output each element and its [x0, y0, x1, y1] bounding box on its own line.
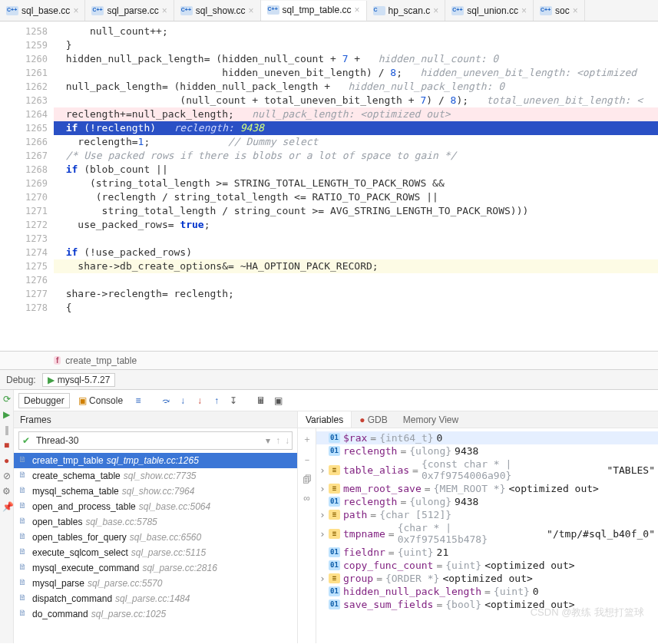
stack-frame[interactable]: create_schema_table sql_show.cc:7735 [14, 468, 297, 484]
remove-watch-icon[interactable]: － [303, 454, 312, 467]
variable-row[interactable]: 01save_sum_fields = {bool} <optimized ou… [316, 598, 658, 611]
stack-frame[interactable]: do_command sql_parse.cc:1025 [14, 606, 297, 622]
variable-type: {ORDER *} [385, 573, 439, 584]
variable-row[interactable]: ≡tmpname = {char * | 0x7f975415b478} "/t… [316, 521, 658, 546]
add-watch-icon[interactable]: ＋ [303, 433, 312, 446]
variable-row[interactable]: 01hidden_null_pack_length = {uint} 0 [316, 585, 658, 598]
editor-tab[interactable]: hp_scan.c× [367, 0, 446, 21]
force-step-into-icon[interactable]: ↓ [193, 394, 207, 408]
variable-row[interactable]: 01$rax = {int64_t} 0 [316, 431, 658, 444]
stack-frame[interactable]: mysql_execute_command sql_parse.cc:2816 [14, 560, 297, 576]
line-number[interactable]: 1267 [0, 149, 48, 163]
line-number[interactable]: 1270 [0, 190, 48, 204]
line-number[interactable]: 1277 [0, 287, 48, 301]
frames-pane: Frames ✔ Thread-30 ▾ ↑ ↓ create_tmp_tabl… [14, 411, 298, 643]
variable-row[interactable]: 01reclength = {ulong} 9438 [316, 495, 658, 508]
variable-row[interactable]: 01fieldnr = {uint} 21 [316, 546, 658, 559]
debug-title: Debug: [6, 375, 36, 385]
variable-kind-icon: 01 [329, 446, 340, 456]
variable-row[interactable]: ≡path = {char [512]} [316, 508, 658, 521]
step-out-icon[interactable]: ↑ [210, 394, 223, 408]
step-over-icon[interactable]: ⤼ [159, 394, 173, 408]
line-number[interactable]: 1258 [0, 25, 48, 38]
variable-kind-icon: 01 [329, 599, 340, 609]
run-to-cursor-icon[interactable]: ↧ [226, 394, 240, 408]
line-number[interactable]: 1261 [0, 66, 48, 80]
threads-icon[interactable]: ≡ [131, 394, 145, 408]
tab-label: sql_base.cc [21, 5, 70, 16]
close-icon[interactable]: × [573, 5, 578, 16]
run-config-selector[interactable]: ▶ mysql-5.7.27 [42, 373, 116, 387]
trace-icon[interactable]: ▣ [271, 394, 285, 408]
line-number[interactable]: 1272 [0, 218, 48, 232]
line-number[interactable]: 1269 [0, 177, 48, 190]
frame-up-icon[interactable]: ↑ [273, 435, 283, 446]
line-number[interactable]: 1274 [0, 246, 48, 259]
frame-location: sql_parse.cc:1484 [115, 593, 190, 604]
code-content[interactable]: null_count++; } hidden_null_pack_length=… [54, 21, 658, 351]
line-number[interactable]: 1262 [0, 80, 48, 94]
evaluate-icon[interactable]: 🖩 [254, 394, 268, 408]
line-number[interactable]: 1260 [0, 52, 48, 66]
close-icon[interactable]: × [433, 5, 438, 16]
editor-tab[interactable]: soc× [534, 0, 585, 21]
pause-icon[interactable]: ‖ [2, 425, 12, 434]
thread-selector[interactable]: ✔ Thread-30 ▾ ↑ ↓ [18, 431, 293, 450]
stack-frame[interactable]: open_tables sql_base.cc:5785 [14, 514, 297, 530]
variable-row[interactable]: ≡table_alias = {const char * | 0x7f97540… [316, 457, 658, 482]
step-into-icon[interactable]: ↓ [176, 394, 190, 408]
link-icon[interactable]: ∞ [303, 493, 310, 504]
frame-list: create_tmp_table sql_tmp_table.cc:1265cr… [14, 453, 297, 643]
stack-frame[interactable]: mysql_parse sql_parse.cc:5570 [14, 576, 297, 591]
editor-tab[interactable]: sql_parse.cc× [85, 0, 174, 21]
line-number[interactable]: 1276 [0, 273, 48, 287]
mute-breakpoints-icon[interactable]: ⊘ [2, 471, 12, 481]
tab-label: sql_tmp_table.cc [283, 5, 352, 15]
stack-frame[interactable]: dispatch_command sql_parse.cc:1484 [14, 591, 297, 606]
tab-console[interactable]: ▣ Console [73, 393, 128, 408]
stack-frame[interactable]: open_tables_for_query sql_base.cc:6560 [14, 530, 297, 545]
line-number[interactable]: 1265 [0, 121, 48, 135]
line-number[interactable]: 1264 [0, 107, 48, 121]
line-number[interactable]: 1271 [0, 204, 48, 218]
pin-icon[interactable]: 📌 [2, 502, 12, 511]
rerun-icon[interactable]: ⟳ [2, 395, 12, 404]
tab-gdb[interactable]: ● GDB [352, 411, 395, 428]
editor-tab[interactable]: sql_base.cc× [0, 0, 85, 21]
stack-frame[interactable]: open_and_process_table sql_base.cc:5064 [14, 499, 297, 514]
variable-row[interactable]: ≡group = {ORDER *} <optimized out> [316, 572, 658, 585]
line-number[interactable]: 1268 [0, 163, 48, 177]
variable-row[interactable]: 01reclength = {ulong} 9438 [316, 444, 658, 457]
tab-variables[interactable]: Variables [298, 411, 352, 428]
line-number[interactable]: 1263 [0, 94, 48, 107]
editor-tab[interactable]: sql_tmp_table.cc× [261, 1, 367, 21]
frames-title: Frames [14, 411, 297, 428]
close-icon[interactable]: × [162, 5, 167, 16]
close-icon[interactable]: × [73, 5, 78, 16]
frame-down-icon[interactable]: ↓ [283, 435, 292, 446]
close-icon[interactable]: × [521, 5, 527, 16]
chevron-down-icon[interactable]: ▾ [263, 435, 273, 446]
line-number[interactable]: 1266 [0, 135, 48, 149]
stack-frame[interactable]: create_tmp_table sql_tmp_table.cc:1265 [14, 453, 297, 468]
editor-tab[interactable]: sql_show.cc× [174, 0, 261, 21]
stop-icon[interactable]: ■ [2, 441, 12, 450]
stack-frame[interactable]: mysql_schema_table sql_show.cc:7964 [14, 484, 297, 499]
breadcrumb[interactable]: f create_tmp_table [0, 352, 658, 370]
variable-row[interactable]: 01copy_func_count = {uint} <optimized ou… [316, 559, 658, 572]
tab-debugger[interactable]: Debugger [18, 393, 70, 408]
resume-icon[interactable]: ▶ [2, 410, 12, 419]
line-number[interactable]: 1275 [0, 259, 48, 273]
view-breakpoints-icon[interactable]: ● [2, 456, 12, 465]
stack-frame[interactable]: execute_sqlcom_select sql_parse.cc:5115 [14, 545, 297, 560]
copy-icon[interactable]: 🗐 [303, 474, 312, 485]
line-number[interactable]: 1278 [0, 301, 48, 315]
close-icon[interactable]: × [248, 5, 253, 16]
line-number[interactable]: 1259 [0, 38, 48, 52]
settings-icon[interactable]: ⚙ [2, 487, 12, 496]
variable-row[interactable]: ≡mem_root_save = {MEM_ROOT *} <optimized… [316, 482, 658, 495]
editor-tab[interactable]: sql_union.cc× [445, 0, 534, 21]
line-number[interactable]: 1273 [0, 232, 48, 246]
close-icon[interactable]: × [355, 5, 360, 15]
tab-memory[interactable]: Memory View [395, 411, 466, 428]
